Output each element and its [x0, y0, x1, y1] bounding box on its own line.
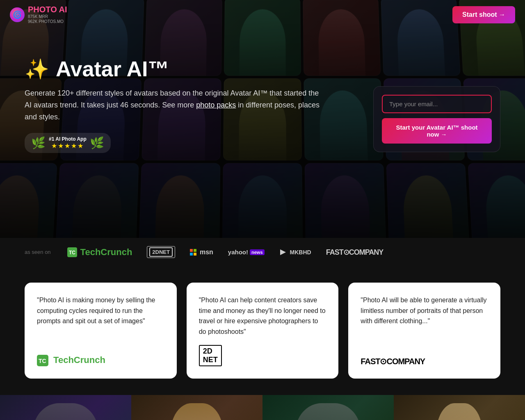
testimonial-logo-3: FAST⊙COMPANY — [361, 356, 488, 366]
photo-packs-link[interactable]: photo packs — [196, 101, 236, 109]
bottom-photo-4 — [394, 395, 525, 420]
techcrunch-logo: TC TechCrunch — [67, 247, 132, 258]
bottom-person-2 — [171, 403, 223, 420]
svg-marker-6 — [280, 249, 286, 255]
yahoo-logo: yahoo! news — [228, 249, 265, 256]
hero-content: ✨ Avatar AI™ Generate 120+ different sty… — [25, 57, 320, 153]
laurel-right-icon: 🌿 — [90, 136, 104, 150]
testimonial-card-2: "Photo AI can help content creators save… — [187, 283, 339, 379]
press-bar: as seen on TC TechCrunch 2DNET msn yahoo… — [0, 238, 525, 266]
cta-box: Start your Avatar AI™ shoot now → — [373, 86, 500, 152]
logo-icon: 🌀 — [10, 7, 25, 22]
techcrunch-testimonial-logo: TC TechCrunch — [37, 355, 105, 365]
email-input[interactable] — [382, 95, 492, 113]
bottom-photo-2 — [131, 395, 262, 420]
zdnet-testimonial-logo: 2DNET — [199, 345, 222, 366]
laurel-left-icon: 🌿 — [31, 136, 46, 150]
fastcompany-testimonial-logo: FAST⊙COMPANY — [361, 357, 425, 366]
start-shoot-button[interactable]: Start shoot → — [452, 6, 515, 23]
hero-title-row: ✨ Avatar AI™ — [25, 57, 320, 81]
bottom-person-4 — [436, 403, 482, 420]
testimonial-text-2: "Photo AI can help content creators save… — [199, 295, 326, 337]
bottom-person-1 — [33, 403, 98, 420]
testimonial-text-3: "Photo AI will be able to generate a vir… — [361, 295, 488, 326]
svg-rect-2 — [190, 249, 193, 252]
svg-text:TC: TC — [69, 250, 75, 256]
svg-rect-3 — [194, 249, 196, 252]
award-badge: 🌿 #1 AI Photo App ★★★★★ 🌿 — [25, 133, 111, 153]
zdnet-logo: 2DNET — [147, 246, 175, 258]
press-label: as seen on — [25, 249, 51, 255]
sparkle-icon: ✨ — [25, 58, 49, 81]
award-title: #1 AI Photo App — [49, 136, 87, 142]
hero-title: Avatar AI™ — [56, 57, 169, 81]
logo-stats-photos: 962K PHOTOS.MO — [28, 19, 67, 24]
logo-stats-mrr: 875K MRR — [28, 14, 67, 19]
header: 🌀 PHOTO AI 875K MRR 962K PHOTOS.MO Start… — [0, 0, 525, 29]
msn-logo: msn — [190, 249, 213, 256]
bottom-photo-3 — [262, 395, 394, 420]
hero-section: ✨ Avatar AI™ Generate 120+ different sty… — [0, 0, 525, 238]
bottom-person-3 — [295, 403, 361, 420]
bottom-photos-section — [0, 395, 525, 420]
bottom-photo-1 — [0, 395, 131, 420]
testimonial-card-3: "Photo AI will be able to generate a vir… — [348, 283, 500, 379]
fastcompany-logo: FAST⊙COMPANY — [326, 248, 383, 257]
svg-rect-5 — [194, 253, 196, 256]
award-text: #1 AI Photo App ★★★★★ — [49, 136, 87, 150]
hero-description: Generate 120+ different styles of avatar… — [25, 87, 320, 123]
logo-text: PHOTO AI — [28, 5, 67, 14]
svg-rect-4 — [190, 253, 193, 256]
testimonial-logo-1: TC TechCrunch — [37, 355, 164, 366]
stars-rating: ★★★★★ — [51, 142, 84, 150]
logo-area: 🌀 PHOTO AI 875K MRR 962K PHOTOS.MO — [10, 5, 67, 24]
logo-badge: PHOTO AI 875K MRR 962K PHOTOS.MO — [28, 5, 67, 24]
svg-text:TC: TC — [39, 358, 46, 364]
testimonial-logo-2: 2DNET — [199, 345, 326, 366]
cta-button[interactable]: Start your Avatar AI™ shoot now → — [382, 118, 492, 144]
testimonial-card-1: "Photo AI is making money by selling the… — [25, 283, 177, 379]
mkbhd-logo: MKBHD — [279, 249, 311, 256]
press-logos: TC TechCrunch 2DNET msn yahoo! news MKBH… — [67, 246, 383, 258]
testimonials-section: "Photo AI is making money by selling the… — [0, 266, 525, 395]
testimonial-text-1: "Photo AI is making money by selling the… — [37, 295, 164, 326]
